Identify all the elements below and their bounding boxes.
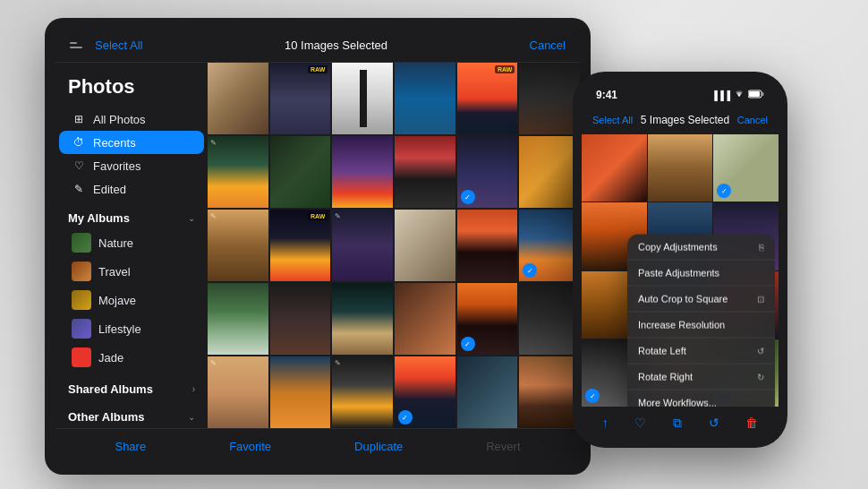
photo-cell[interactable] (395, 136, 455, 208)
sidebar-item-favorites[interactable]: ♡ Favorites (59, 154, 204, 177)
photo-cell[interactable] (208, 63, 268, 134)
check-badge: ✓ (585, 389, 600, 403)
context-menu-item-auto-crop[interactable]: Auto Crop to Square ⊡ (627, 287, 775, 313)
my-albums-chevron[interactable]: ⌄ (188, 213, 195, 223)
photo-grid-area: RAW RAW ✎ ✓ ✎ RAW ✎ (208, 63, 580, 428)
iphone-statusbar: 9:41 ▐▐▐ (582, 81, 779, 106)
context-menu-item-rotate-right[interactable]: Rotate Right ↻ (627, 365, 775, 390)
edit-icon: ✎ (72, 182, 86, 196)
photo-cell[interactable]: ✎ (208, 136, 268, 208)
context-menu-item-increase-resolution[interactable]: Increase Resolution (627, 313, 775, 339)
iphone-cancel-button[interactable]: Cancel (737, 115, 768, 125)
mojave-thumb (72, 290, 91, 310)
ipad-body: Photos ⊞ All Photos ⏱ Recents ♡ Favorite… (55, 63, 580, 428)
revert-button[interactable]: Revert (486, 440, 520, 453)
battery-icon (748, 90, 764, 100)
photo-cell[interactable] (332, 283, 393, 355)
photo-cell[interactable]: RAW (270, 63, 331, 134)
photo-cell[interactable]: ✓ (457, 136, 518, 208)
context-menu-item-rotate-left[interactable]: Rotate Left ↺ (627, 339, 775, 365)
photo-cell[interactable] (270, 136, 331, 208)
edit-badge: ✎ (210, 212, 217, 220)
context-menu-item-copy-adjustments[interactable]: Copy Adjustments ⎘ (627, 235, 775, 261)
iphone-photo-cell[interactable] (648, 134, 713, 202)
favorite-button[interactable]: Favorite (229, 440, 271, 453)
photo-cell[interactable]: ✓ (519, 210, 580, 281)
scene: Select All 10 Images Selected Cancel Pho… (0, 0, 868, 489)
sidebar-title: Photos (55, 72, 208, 107)
iphone-heart-icon[interactable]: ♡ (634, 416, 646, 430)
photo-cell[interactable]: ✎ (208, 356, 268, 428)
sidebar-item-travel[interactable]: Travel (59, 257, 204, 286)
photo-cell[interactable] (270, 356, 331, 428)
sidebar-item-all-photos[interactable]: ⊞ All Photos (59, 107, 204, 131)
iphone-photo-cell[interactable]: ✓ (713, 134, 779, 202)
iphone-delete-icon[interactable]: 🗑 (745, 416, 758, 430)
select-all-button[interactable]: Select All (95, 39, 142, 52)
my-albums-title: My Albums (68, 211, 130, 225)
photo-cell[interactable] (395, 210, 455, 281)
photo-cell[interactable] (519, 283, 580, 355)
photo-cell[interactable] (519, 63, 580, 134)
sidebar-item-lifestyle[interactable]: Lifestyle (59, 314, 204, 343)
other-albums-chevron-down[interactable]: ⌄ (188, 412, 195, 422)
photo-cell[interactable] (457, 210, 518, 281)
ipad-topbar-left: Select All (70, 39, 142, 53)
photo-cell[interactable] (519, 136, 580, 208)
other-albums-section: Other Albums ⌄ (55, 399, 208, 427)
lifestyle-thumb (72, 319, 91, 339)
sidebar-toggle-icon[interactable] (70, 39, 88, 53)
other-albums-title: Other Albums (68, 410, 144, 424)
cancel-button[interactable]: Cancel (530, 39, 566, 52)
photo-cell[interactable]: RAW (270, 210, 331, 281)
check-badge: ✓ (461, 190, 475, 204)
share-button[interactable]: Share (115, 440, 146, 453)
sidebar-item-edited[interactable]: ✎ Edited (59, 177, 204, 201)
iphone-select-all-button[interactable]: Select All (592, 115, 633, 125)
context-menu: Copy Adjustments ⎘ Paste Adjustments Aut… (627, 235, 775, 407)
edit-badge: ✎ (210, 139, 217, 147)
rotate-right-icon: ↻ (757, 372, 764, 382)
photo-cell[interactable] (332, 136, 393, 208)
context-menu-item-more-workflows[interactable]: More Workflows... (627, 390, 775, 407)
jade-thumb (72, 347, 91, 367)
photo-cell[interactable] (395, 283, 455, 355)
photo-cell[interactable] (332, 63, 393, 134)
wifi-icon (734, 90, 745, 100)
photo-cell[interactable]: ✎ (332, 210, 393, 281)
photo-cell[interactable]: ✓ (457, 283, 518, 355)
travel-thumb (72, 262, 91, 281)
iphone-duplicate-icon[interactable]: ⧉ (673, 416, 682, 431)
rotate-left-icon: ↺ (757, 346, 764, 356)
photo-cell[interactable] (457, 356, 518, 428)
copy-icon: ⎘ (759, 242, 764, 252)
heart-icon: ♡ (72, 159, 86, 173)
svg-rect-2 (749, 91, 760, 97)
sidebar-item-recents[interactable]: ⏱ Recents (59, 131, 204, 154)
photo-cell[interactable]: ✓ (395, 356, 455, 428)
photo-cell[interactable] (395, 63, 455, 134)
context-menu-item-paste-adjustments[interactable]: Paste Adjustments (627, 261, 775, 287)
my-albums-section: My Albums ⌄ (55, 201, 208, 228)
ipad-topbar: Select All 10 Images Selected Cancel (55, 29, 580, 63)
photo-cell[interactable] (208, 283, 268, 355)
nature-thumb (72, 233, 91, 253)
shared-albums-chevron[interactable]: › (192, 384, 195, 394)
sidebar-item-mojave[interactable]: Mojave (59, 286, 204, 314)
ipad-topbar-right: Cancel (530, 39, 566, 52)
iphone-status-icons: ▐▐▐ (711, 90, 764, 100)
photo-cell[interactable] (270, 283, 331, 355)
photo-cell[interactable]: RAW (457, 63, 518, 134)
iphone-photo-cell[interactable] (582, 134, 647, 202)
edit-badge: ✎ (335, 212, 341, 220)
photo-grid: RAW RAW ✎ ✓ ✎ RAW ✎ (208, 63, 580, 428)
photo-cell[interactable] (519, 356, 580, 428)
sidebar-item-jade[interactable]: Jade (59, 343, 204, 372)
duplicate-button[interactable]: Duplicate (354, 440, 403, 453)
photo-cell[interactable]: ✎ (208, 210, 268, 281)
iphone-share-icon[interactable]: ↑ (602, 416, 608, 430)
signal-icon: ▐▐▐ (711, 90, 730, 100)
photo-cell[interactable]: ✎ (332, 356, 393, 428)
iphone-rotate-icon[interactable]: ↺ (709, 416, 719, 430)
sidebar-item-nature[interactable]: Nature (59, 228, 204, 257)
